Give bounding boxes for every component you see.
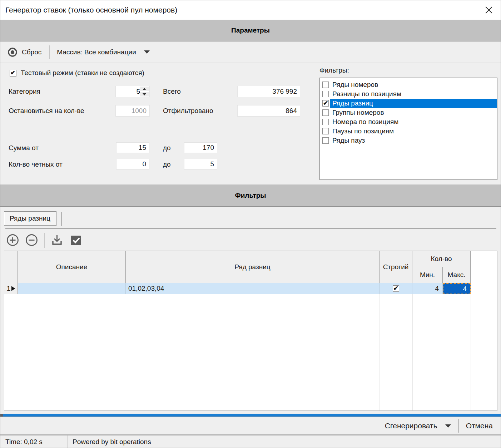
category-spin-down-button[interactable] bbox=[140, 92, 149, 97]
filtered-label: Отфильтровано bbox=[163, 107, 213, 115]
even-to-label: до bbox=[163, 161, 171, 168]
filter-item-label: Группы номеров bbox=[330, 108, 497, 117]
footer-gap bbox=[0, 411, 501, 414]
even-to-field[interactable] bbox=[184, 159, 217, 169]
parameters-section-header: Параметры bbox=[0, 20, 501, 41]
filter-checkbox[interactable] bbox=[322, 119, 329, 125]
test-mode-checkbox[interactable] bbox=[10, 70, 16, 77]
grid-header-min[interactable]: Мин. bbox=[412, 267, 443, 283]
remove-row-button[interactable] bbox=[25, 233, 38, 247]
filter-item-rows-of-differences[interactable]: Ряды разниц bbox=[320, 99, 497, 108]
grid-header-rownum bbox=[4, 251, 18, 283]
stop-at-field[interactable] bbox=[115, 105, 150, 117]
tab-separator bbox=[61, 212, 62, 226]
filter-item-label: Номера по позициям bbox=[330, 118, 497, 127]
apply-check-button[interactable] bbox=[69, 233, 83, 247]
cell-strict[interactable] bbox=[380, 283, 412, 294]
grid-toolbar-separator bbox=[44, 233, 45, 248]
filter-item-label: Ряды пауз bbox=[330, 136, 497, 145]
category-spin-up-button[interactable] bbox=[140, 87, 149, 91]
plus-circle-icon bbox=[6, 233, 19, 247]
status-time: Time: 0,02 s bbox=[0, 438, 68, 446]
parameters-section-title: Параметры bbox=[231, 26, 270, 34]
array-dropdown-arrow-icon[interactable] bbox=[144, 50, 150, 54]
grid-line bbox=[126, 294, 126, 410]
cell-series[interactable]: 01,02,03,04 bbox=[126, 283, 380, 294]
sum-to-field[interactable] bbox=[184, 142, 217, 153]
grid-line bbox=[443, 294, 443, 410]
grid-line bbox=[412, 294, 413, 410]
cancel-button[interactable]: Отмена bbox=[466, 422, 493, 430]
add-row-button[interactable] bbox=[6, 233, 19, 247]
filter-checkbox[interactable] bbox=[322, 82, 329, 88]
grid-line bbox=[471, 294, 471, 410]
filtered-value-field[interactable] bbox=[237, 105, 300, 117]
grid-header-count[interactable]: Кол-во bbox=[412, 251, 471, 267]
grid-line bbox=[380, 294, 380, 410]
dialog-window: Генератор ставок (только основной пул но… bbox=[0, 0, 501, 448]
filter-item-groups-of-numbers[interactable]: Группы номеров bbox=[320, 108, 497, 117]
generate-button[interactable]: Сгенерировать bbox=[385, 422, 451, 430]
total-label: Всего bbox=[163, 88, 181, 95]
status-bar: Time: 0,02 s Powered by bit operations bbox=[0, 435, 501, 448]
toolbar-separator bbox=[49, 45, 50, 59]
tab-rows-of-differences[interactable]: Ряды разниц bbox=[4, 211, 56, 226]
filter-checkbox[interactable] bbox=[322, 137, 329, 144]
filters-caption: Фильтры: bbox=[319, 67, 349, 74]
strict-checkbox[interactable] bbox=[393, 285, 399, 292]
array-dropdown[interactable]: Массив: Все комбинации bbox=[57, 48, 136, 56]
top-toolbar: Сброс Массив: Все комбинации bbox=[0, 41, 501, 63]
filter-item-rows-of-pauses[interactable]: Ряды пауз bbox=[320, 136, 497, 145]
filter-item-label: Разницы по позициям bbox=[330, 90, 497, 99]
status-powered: Powered by bit operations bbox=[68, 438, 151, 446]
spin-down-icon bbox=[143, 93, 146, 95]
reset-radio-icon bbox=[8, 47, 18, 57]
even-from-label: Кол-во четных от bbox=[9, 161, 63, 168]
sum-from-field[interactable] bbox=[116, 142, 149, 153]
current-row-pointer-icon bbox=[11, 286, 15, 291]
filter-checkbox[interactable] bbox=[322, 91, 329, 97]
filter-item-rows-of-numbers[interactable]: Ряды номеров bbox=[320, 80, 497, 89]
cell-description[interactable] bbox=[18, 283, 126, 294]
filter-tabstrip: Ряды разниц bbox=[0, 207, 501, 229]
filter-item-label: Ряды номеров bbox=[330, 80, 497, 89]
grid-row-header[interactable]: 1 bbox=[4, 283, 18, 294]
import-button[interactable] bbox=[50, 233, 64, 247]
grid-header-series[interactable]: Ряд разниц bbox=[126, 251, 380, 283]
test-mode-row: Тестовый режим (ставки не создаются) bbox=[10, 69, 144, 77]
filter-checkbox[interactable] bbox=[322, 128, 329, 134]
grid-line bbox=[18, 294, 18, 410]
close-button[interactable] bbox=[481, 3, 496, 18]
even-from-field[interactable] bbox=[116, 159, 149, 169]
filters-section-header: Фильтры bbox=[0, 184, 501, 207]
category-input[interactable] bbox=[116, 86, 140, 97]
filter-checkbox[interactable] bbox=[322, 100, 329, 107]
progress-bar-cap bbox=[0, 414, 3, 417]
reset-button[interactable]: Сброс bbox=[22, 48, 41, 56]
minus-circle-icon bbox=[25, 233, 38, 247]
window-title: Генератор ставок (только основной пул но… bbox=[0, 6, 177, 14]
title-bar: Генератор ставок (только основной пул но… bbox=[0, 0, 501, 20]
filter-checkbox[interactable] bbox=[322, 109, 329, 116]
cell-min[interactable]: 4 bbox=[412, 283, 443, 294]
parameters-panel: Тестовый режим (ставки не создаются) Кат… bbox=[0, 63, 501, 184]
filter-item-numbers-by-positions[interactable]: Номера по позициям bbox=[320, 117, 497, 127]
sum-to-label: до bbox=[163, 144, 171, 152]
filter-item-pauses-by-positions[interactable]: Паузы по позициям bbox=[320, 127, 497, 136]
filters-grid: Описание Ряд разниц Строгий Кол-во Мин. … bbox=[4, 251, 497, 411]
sum-from-label: Сумма от bbox=[9, 144, 39, 152]
cell-max-selected[interactable]: 4 bbox=[443, 283, 471, 294]
progress-bar bbox=[0, 414, 501, 417]
category-spinner bbox=[115, 86, 150, 97]
grid-header-description[interactable]: Описание bbox=[18, 251, 126, 283]
tabstrip-rule bbox=[5, 228, 496, 229]
close-icon bbox=[483, 5, 494, 15]
checked-box-icon bbox=[69, 233, 83, 247]
filter-item-label: Ряды разниц bbox=[330, 99, 497, 108]
grid-header-strict[interactable]: Строгий bbox=[380, 251, 412, 283]
filter-item-differences-by-positions[interactable]: Разницы по позициям bbox=[320, 89, 497, 99]
generate-dropdown-arrow-icon[interactable] bbox=[445, 424, 451, 428]
total-value-field[interactable] bbox=[237, 86, 300, 97]
grid-header-max[interactable]: Макс. bbox=[443, 267, 471, 283]
cancel-button-label: Отмена bbox=[466, 422, 493, 430]
